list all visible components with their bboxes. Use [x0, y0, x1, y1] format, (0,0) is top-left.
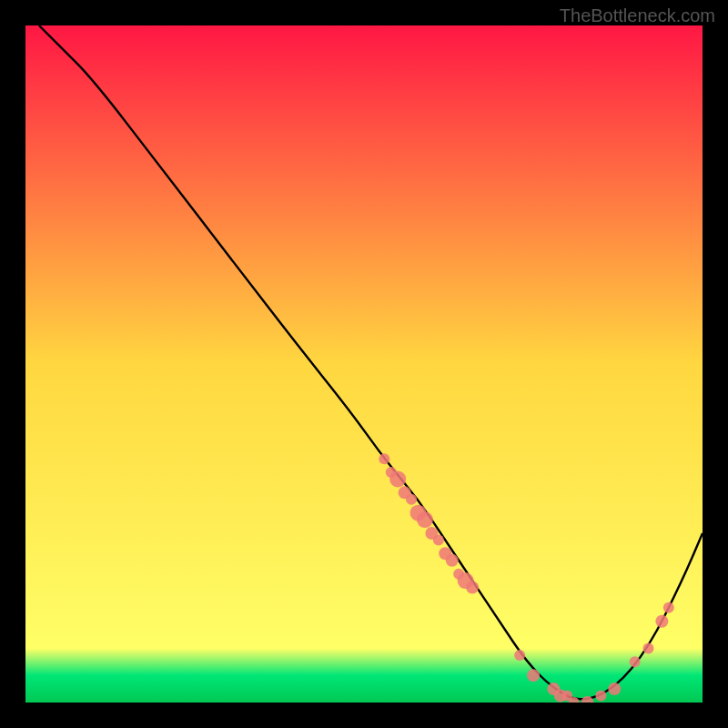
marker	[389, 470, 406, 487]
marker	[630, 656, 641, 667]
gradient-background	[25, 25, 703, 703]
marker	[446, 554, 459, 567]
marker	[608, 682, 621, 695]
chart-svg	[25, 25, 703, 703]
marker	[642, 642, 653, 653]
marker	[379, 453, 389, 464]
marker	[663, 602, 674, 613]
marker	[433, 534, 444, 545]
marker	[595, 691, 606, 702]
marker	[527, 669, 540, 682]
marker	[655, 615, 668, 628]
watermark-text: TheBottleneck.com	[560, 5, 715, 26]
marker	[466, 581, 479, 594]
marker	[417, 511, 433, 528]
marker	[514, 650, 525, 661]
marker	[406, 494, 417, 505]
plot-area	[25, 25, 703, 703]
chart-container: TheBottleneck.com	[0, 0, 728, 728]
